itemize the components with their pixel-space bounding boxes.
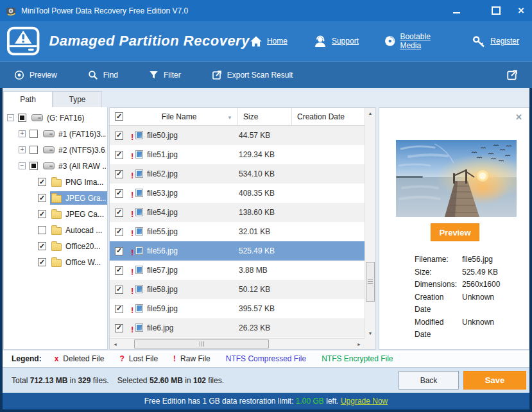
file-name: file57.jpg (147, 266, 239, 275)
collapse-icon[interactable] (7, 114, 14, 121)
tree-item-autocad[interactable]: Autocad ... (4, 222, 107, 238)
tree-item-office2007[interactable]: Office20... (4, 238, 107, 254)
tree-checkbox[interactable] (18, 114, 26, 122)
file-checkbox[interactable] (115, 132, 123, 140)
file-checkbox[interactable] (115, 266, 123, 275)
file-name: file56.jpg (147, 246, 239, 255)
close-button[interactable] (513, 4, 529, 17)
column-creation-date[interactable]: Creation Date (291, 108, 365, 125)
column-size[interactable]: Size (237, 108, 291, 125)
scroll-right-icon[interactable] (354, 339, 365, 349)
tree-item-root[interactable]: (G: FAT16) (4, 110, 107, 126)
file-name: file53.jpg (147, 189, 239, 198)
file-row[interactable]: file58.jpg 50.12 KB (110, 280, 365, 299)
tree-item-jpeg-graphics[interactable]: JPEG Gra... (4, 190, 107, 206)
file-checkbox[interactable] (115, 151, 123, 159)
tree-checkbox[interactable] (38, 178, 46, 186)
file-row[interactable]: file57.jpg 3.88 MB (110, 261, 365, 280)
tree-item-office-word[interactable]: Office W... (4, 254, 107, 270)
back-button[interactable]: Back (399, 371, 459, 390)
file-row[interactable]: file52.jpg 534.10 KB (110, 164, 365, 184)
horizontal-scroll-thumb[interactable] (134, 339, 269, 348)
tree-item-label: Office W... (65, 258, 101, 267)
file-checkbox[interactable] (115, 189, 123, 198)
column-file-name[interactable]: File Name (131, 112, 227, 121)
tree-item-partition2[interactable]: #2 (NTFS)3.6... (4, 142, 107, 158)
toolbar-preview[interactable]: Preview (14, 70, 57, 80)
detail-label: Dimensions: (415, 279, 462, 291)
file-name: file54.jpg (147, 208, 239, 217)
tree-checkbox[interactable] (38, 210, 46, 218)
file-row[interactable]: file55.jpg 32.01 KB (110, 222, 365, 241)
tree-checkbox[interactable] (38, 194, 46, 202)
preview-button[interactable]: Preview (431, 223, 479, 241)
tree-item-partition1[interactable]: #1 (FAT16)3.... (4, 126, 107, 142)
file-row[interactable]: file59.jpg 395.57 KB (110, 299, 365, 318)
header-nav: Home Support Bootable Media (250, 32, 519, 50)
detail-label: Modified Date (415, 316, 462, 341)
detail-value: 2560x1600 (462, 279, 500, 291)
nav-home[interactable]: Home (250, 36, 287, 47)
horizontal-scrollbar[interactable] (110, 338, 365, 349)
file-row[interactable]: file54.jpg 138.60 KB (110, 203, 365, 222)
file-name: file59.jpg (147, 304, 239, 313)
file-checkbox[interactable] (115, 228, 123, 236)
file-row[interactable]: file51.jpg 129.34 KB (110, 145, 365, 164)
scroll-down-icon[interactable] (365, 328, 375, 339)
file-checkbox[interactable] (115, 286, 123, 294)
file-list-header: File Name Size Creation Date (110, 108, 365, 126)
vertical-scroll-thumb[interactable] (366, 262, 375, 302)
raw-file-icon: ! (173, 354, 176, 363)
file-checkbox[interactable] (115, 209, 123, 217)
nav-support[interactable]: Support (313, 35, 359, 47)
file-row-selected[interactable]: file56.jpg 525.49 KB (110, 241, 365, 261)
file-checkbox[interactable] (115, 170, 123, 178)
save-button[interactable]: Save (463, 371, 526, 390)
file-size: 525.49 KB (239, 246, 275, 255)
toolbar-find[interactable]: Find (88, 70, 118, 80)
file-row[interactable]: file53.jpg 408.35 KB (110, 184, 365, 203)
detail-label: Creation Date (415, 291, 462, 316)
file-name: file6.jpg (147, 323, 239, 332)
scroll-up-icon[interactable] (365, 108, 375, 119)
file-checkbox[interactable] (115, 324, 123, 332)
file-size: 44.57 KB (239, 131, 270, 140)
file-row[interactable]: file6.jpg 26.23 KB (110, 318, 365, 338)
tree-checkbox[interactable] (38, 258, 46, 266)
legend-lost-file: ? Lost File (119, 354, 158, 363)
preview-close-icon[interactable] (515, 113, 522, 121)
toolbar-export-scan-result[interactable]: Export Scan Result (212, 70, 293, 80)
tree-item-jpeg-camera[interactable]: JPEG Ca... (4, 206, 107, 222)
file-checkbox[interactable] (115, 305, 123, 313)
tree-item-label: #2 (NTFS)3.6... (58, 146, 106, 155)
file-row[interactable]: file50.jpg 44.57 KB (110, 126, 365, 145)
tree-checkbox[interactable] (30, 130, 38, 138)
tree-checkbox[interactable] (38, 226, 46, 234)
tree-checkbox[interactable] (38, 242, 46, 250)
tab-type[interactable]: Type (53, 91, 102, 107)
upgrade-now-link[interactable]: Upgrade Now (341, 397, 388, 406)
disc-icon (384, 35, 395, 47)
file-checkbox[interactable] (115, 247, 123, 255)
tree-checkbox[interactable] (30, 146, 38, 154)
sort-arrow-icon[interactable] (227, 112, 237, 121)
minimize-button[interactable] (448, 4, 465, 17)
nav-register[interactable]: Register (472, 35, 519, 47)
toolbar-filter[interactable]: Filter (149, 70, 181, 80)
window-title: MiniTool Power Data Recovery Free Editio… (21, 6, 188, 15)
tree-item-png[interactable]: PNG Ima... (4, 174, 107, 190)
nav-bootable-media[interactable]: Bootable Media (384, 32, 447, 50)
tab-path[interactable]: Path (3, 91, 53, 107)
vertical-scrollbar[interactable] (365, 108, 375, 339)
select-all-checkbox[interactable] (115, 112, 123, 121)
expand-icon[interactable] (19, 146, 26, 153)
toolbar-share-button[interactable] (506, 69, 518, 81)
tree-item-partition3[interactable]: #3 (All RAW ... (4, 158, 107, 174)
maximize-button[interactable] (488, 4, 504, 17)
status-bar: Total 712.13 MB in 329 files. Selected 5… (3, 367, 529, 393)
scroll-left-icon[interactable] (110, 339, 121, 349)
tree-checkbox[interactable] (30, 162, 38, 170)
collapse-icon[interactable] (19, 162, 26, 169)
expand-icon[interactable] (19, 130, 26, 137)
nav-home-label: Home (267, 37, 287, 46)
